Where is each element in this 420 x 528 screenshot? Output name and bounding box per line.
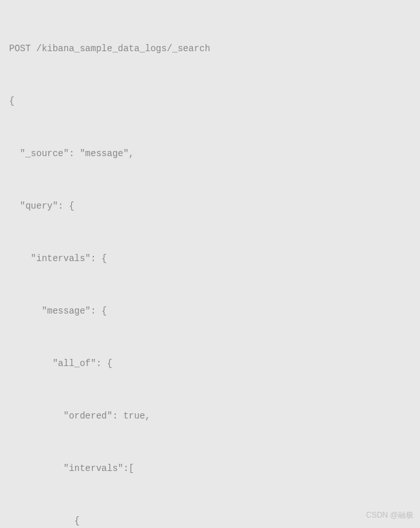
code-line: "_source": "message", (9, 145, 411, 163)
watermark: CSDN @融极 (366, 507, 414, 524)
code-line: { (9, 93, 411, 110)
code-line: POST /kibana_sample_data_logs/_search (9, 40, 411, 58)
code-line: { (9, 512, 411, 528)
code-line: "intervals":[ (9, 460, 411, 477)
code-line: "ordered": true, (9, 407, 411, 425)
code-line: "all_of": { (9, 355, 411, 373)
code-line: "intervals": { (9, 250, 411, 268)
code-block: POST /kibana_sample_data_logs/_search { … (9, 5, 411, 528)
code-line: "message": { (9, 303, 411, 320)
code-line: "query": { (9, 198, 411, 215)
